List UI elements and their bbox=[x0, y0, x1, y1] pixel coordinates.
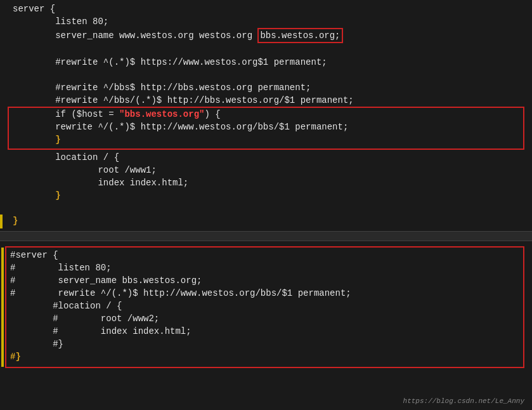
code-line: # rewrite ^/(.*)$ http://www.westos.org/… bbox=[10, 288, 519, 301]
code-text: #} bbox=[10, 352, 21, 362]
code-text: index index.html; bbox=[13, 176, 188, 189]
code-text: location / { bbox=[13, 151, 119, 164]
code-line: #server { bbox=[10, 250, 519, 263]
code-line: location / { bbox=[8, 151, 524, 164]
server-block-1: server { listen 80; server_name www.west… bbox=[0, 0, 532, 107]
code-line: rewrite ^/(.*)$ http://www.westos.org/bb… bbox=[13, 122, 519, 135]
code-line: #rewrite ^(.*)$ https://www.westos.org$1… bbox=[8, 56, 524, 69]
code-line: #} bbox=[10, 339, 519, 352]
code-line: server { bbox=[8, 3, 524, 15]
server-name-highlight: bbs.westos.org; bbox=[257, 28, 342, 43]
code-text: server { bbox=[13, 3, 55, 15]
code-line bbox=[8, 43, 524, 56]
code-text: rewrite ^/(.*)$ http://www.westos.org/bb… bbox=[13, 122, 348, 132]
watermark: https://blog.csdn.net/Le_Anny bbox=[403, 397, 524, 405]
code-line: server_name www.westos.org westos.org bb… bbox=[8, 28, 524, 43]
code-text: } bbox=[13, 135, 61, 145]
code-text: # index index.html; bbox=[10, 326, 191, 336]
code-line: #location / { bbox=[10, 301, 519, 314]
code-text: #rewrite ^/bbs/(.*)$ http://bbs.westos.o… bbox=[13, 94, 354, 107]
code-line: # index index.html; bbox=[10, 326, 519, 339]
code-line: # server_name bbs.westos.org; bbox=[10, 275, 519, 288]
bbs-hostname: "bbs.westos.org" bbox=[119, 109, 204, 119]
server-block-2-box: #server { # listen 80; # server_name bbs… bbox=[5, 246, 524, 368]
code-text: # rewrite ^/(.*)$ http://www.westos.org/… bbox=[10, 288, 351, 298]
section-separator bbox=[0, 231, 532, 241]
code-line: #} bbox=[10, 352, 519, 364]
code-line: } bbox=[8, 215, 524, 227]
code-line: #rewrite ^/bbs/(.*)$ http://bbs.westos.o… bbox=[8, 94, 524, 107]
code-line: #rewrite ^/bbs$ http://bbs.westos.org pe… bbox=[8, 81, 524, 94]
code-text: listen 80; bbox=[13, 15, 108, 28]
code-text: ) { bbox=[204, 109, 220, 119]
yellow-indicator-2 bbox=[1, 248, 4, 367]
server-block-1-end: location / { root /www1; index index.htm… bbox=[0, 150, 532, 228]
code-line: if ($host = "bbs.westos.org") { bbox=[13, 109, 519, 122]
code-text: } bbox=[13, 215, 18, 227]
code-text: #} bbox=[10, 339, 63, 349]
code-text: # root /www2; bbox=[10, 314, 159, 324]
code-line: } bbox=[13, 135, 519, 147]
code-text: # server_name bbs.westos.org; bbox=[10, 275, 202, 286]
code-text: # listen 80; bbox=[10, 263, 112, 273]
code-text: #location / { bbox=[10, 301, 122, 311]
code-text: #rewrite ^/bbs$ http://bbs.westos.org pe… bbox=[13, 81, 311, 94]
code-line: listen 80; bbox=[8, 15, 524, 28]
code-text: } bbox=[13, 189, 61, 202]
code-text: server_name www.westos.org westos.org bbox=[13, 29, 257, 42]
code-line: } bbox=[8, 189, 524, 202]
code-line bbox=[8, 202, 524, 215]
code-line bbox=[8, 69, 524, 81]
if-block-section: if ($host = "bbs.westos.org") { rewrite … bbox=[8, 107, 524, 150]
code-line: root /www1; bbox=[8, 164, 524, 176]
code-line: index index.html; bbox=[8, 176, 524, 189]
code-line: # root /www2; bbox=[10, 314, 519, 326]
code-text: if ($host = bbox=[13, 109, 119, 119]
code-text: root /www1; bbox=[13, 164, 157, 176]
code-container: server { listen 80; server_name www.west… bbox=[0, 0, 532, 410]
code-text: #rewrite ^(.*)$ https://www.westos.org$1… bbox=[13, 56, 327, 69]
code-text: #server { bbox=[10, 250, 58, 260]
code-line: # listen 80; bbox=[10, 263, 519, 275]
yellow-indicator-1 bbox=[0, 215, 3, 228]
